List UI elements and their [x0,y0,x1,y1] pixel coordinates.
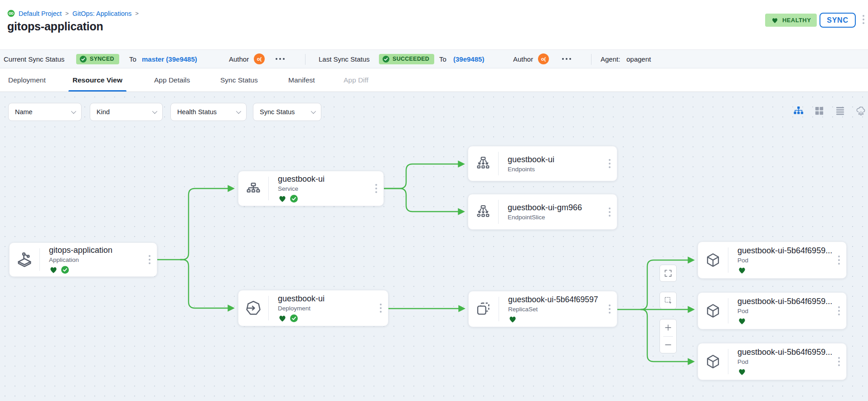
node-menu-button[interactable] [380,304,382,313]
node-menu-button[interactable] [838,306,840,315]
node-kind: Pod [737,257,828,264]
header-more-menu-button[interactable] [863,15,864,24]
tab-app-details[interactable]: App Details [154,68,190,92]
breadcrumb: Default Project > GitOps: Applications > [7,10,139,17]
node-menu-button[interactable] [375,184,377,193]
list-view-icon[interactable] [835,106,845,116]
heart-icon [771,17,779,24]
node-menu-button[interactable] [838,256,840,265]
divider [305,54,305,65]
tab-manifest[interactable]: Manifest [288,68,315,92]
author-avatar: o( [538,50,549,68]
healthy-heart-icon [278,194,287,203]
node-kind: Pod [737,308,828,314]
synced-check-icon [61,266,69,274]
resource-node-application[interactable]: gitops-application Application [9,242,157,277]
current-sync-status-badge: SYNCED [76,50,119,68]
resource-node-pod-3[interactable]: guestbook-ui-5b64f6959... Pod [698,343,847,380]
current-target-revision-link[interactable]: master (39e9485) [142,50,197,68]
pod-icon [698,251,728,269]
deployment-icon [238,299,268,318]
node-menu-button[interactable] [838,357,840,366]
node-name: gitops-application [49,246,139,255]
minus-icon [664,341,672,349]
page-title: gitops-application [7,20,103,33]
tab-sync-status[interactable]: Sync Status [220,68,258,92]
tab-deployment[interactable]: Deployment [8,68,46,92]
filter-health-status-dropdown[interactable]: Health Status [170,103,247,121]
node-menu-button[interactable] [149,255,150,264]
node-name: guestbook-ui [278,174,365,184]
agent-value: opagent [626,50,651,68]
zoom-controls [659,319,677,353]
sync-status-bar: Current Sync Status SYNCED To master (39… [0,49,868,68]
healthy-heart-icon [737,266,747,274]
author-label: Author [513,50,533,68]
divider [591,54,592,65]
node-kind: ReplicaSet [508,306,599,313]
last-to-label: To [439,50,446,68]
current-to-label: To [129,50,136,68]
node-menu-button[interactable] [609,304,611,314]
tab-app-diff[interactable]: App Diff [344,68,369,92]
filter-kind-dropdown[interactable]: Kind [90,103,163,121]
application-icon [10,250,39,269]
filter-sync-status-dropdown[interactable]: Sync Status [253,103,321,121]
selection-box-icon [664,296,673,305]
breadcrumb-separator: > [135,10,139,17]
node-name: guestbook-ui [278,294,370,304]
resource-node-pod-1[interactable]: guestbook-ui-5b64f6959... Pod [698,242,847,279]
author-avatar: o( [254,50,265,68]
resource-node-pod-2[interactable]: guestbook-ui-5b64f6959... Pod [698,292,847,329]
resource-tree-canvas[interactable]: Name Kind Health Status Sync Status [0,92,868,401]
node-kind: Application [49,256,139,263]
chevron-down-icon [311,109,316,114]
tree-view-icon[interactable] [793,106,804,116]
chevron-down-icon [71,109,76,114]
filter-name-dropdown[interactable]: Name [8,103,82,121]
health-status-badge: HEALTHY [765,14,817,27]
resource-node-service[interactable]: guestbook-ui Service [238,171,384,206]
breadcrumb-section-link[interactable]: GitOps: Applications [73,10,132,17]
node-name: guestbook-ui [508,155,599,164]
tab-bar: Deployment Resource View App Details Syn… [0,68,868,92]
sync-button[interactable]: SYNC [820,13,856,28]
last-target-revision-link[interactable]: (39e9485) [453,50,484,68]
commit-more-menu-button[interactable] [562,50,571,68]
marquee-select-button[interactable] [659,292,677,309]
breadcrumb-separator: > [65,10,69,17]
check-circle-icon [80,56,87,63]
check-circle-icon [383,56,389,63]
breadcrumb-project-link[interactable]: Default Project [19,10,62,17]
node-kind: EndpointSlice [508,214,599,221]
synced-check-icon [290,195,298,203]
commit-more-menu-button[interactable] [276,50,285,68]
endpoints-icon [468,155,498,173]
resource-node-deployment[interactable]: guestbook-ui Deployment [238,290,388,326]
health-badge-label: HEALTHY [782,17,811,24]
node-name: guestbook-ui-5b64f6959... [737,348,828,357]
tab-resource-view[interactable]: Resource View [73,68,122,92]
resource-node-endpointslice[interactable]: guestbook-ui-gm966 EndpointSlice [468,194,617,230]
node-menu-button[interactable] [609,159,611,168]
fit-view-button[interactable] [659,265,677,282]
grid-view-icon[interactable] [814,106,824,116]
synced-check-icon [290,314,298,322]
gitops-logo-icon [7,10,15,17]
resource-node-endpoints[interactable]: guestbook-ui Endpoints [468,146,617,181]
view-toggle-group [793,106,866,116]
pod-icon [698,353,728,371]
current-sync-status-label: Current Sync Status [4,50,64,68]
healthy-heart-icon [737,317,747,325]
zoom-in-button[interactable] [664,319,672,336]
node-kind: Deployment [278,305,370,312]
expand-icon [664,269,673,278]
zoom-out-button[interactable] [664,336,672,353]
healthy-heart-icon [737,367,747,376]
endpointslice-icon [468,203,498,221]
cloud-network-view-icon[interactable] [856,106,866,116]
node-name: guestbook-ui-5b64f6959... [737,297,828,306]
healthy-heart-icon [278,314,287,322]
node-menu-button[interactable] [609,208,611,217]
resource-node-replicaset[interactable]: guestbook-ui-5b64f69597 ReplicaSet [468,291,617,327]
